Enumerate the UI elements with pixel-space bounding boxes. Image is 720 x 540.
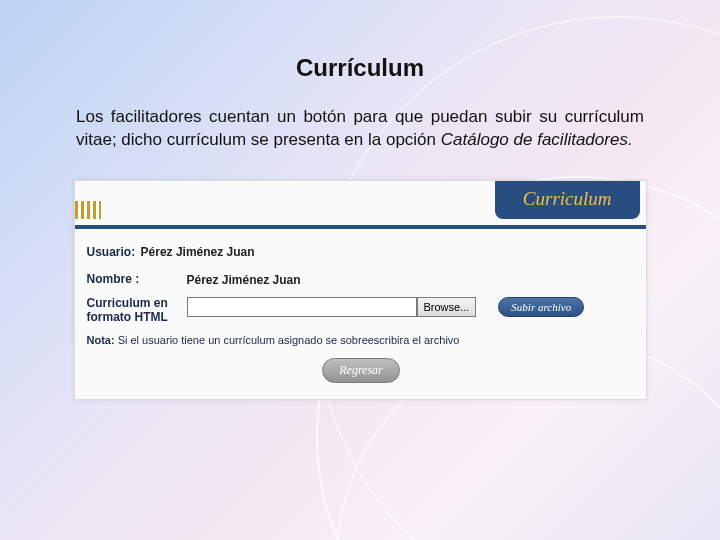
intro-paragraph: Los facilitadores cuentan un botón para … xyxy=(76,106,644,152)
name-label: Nombre : xyxy=(87,273,187,287)
curriculum-row: Curriculum en formato HTML Browse... Sub… xyxy=(87,297,636,325)
curriculum-panel: Curriculum Usuario: Pérez Jiménez Juan N… xyxy=(74,180,647,401)
user-line: Usuario: Pérez Jiménez Juan xyxy=(87,245,636,259)
user-label: Usuario: xyxy=(87,245,136,259)
note-line: Nota: Si el usuario tiene un currículum … xyxy=(87,334,636,346)
note-label: Nota: xyxy=(87,334,115,346)
back-button[interactable]: Regresar xyxy=(322,358,400,383)
curriculum-file-input[interactable] xyxy=(187,297,417,317)
name-row: Nombre : Pérez Jiménez Juan xyxy=(87,273,636,287)
note-text: Si el usuario tiene un currículum asigna… xyxy=(115,334,460,346)
panel-header: Curriculum xyxy=(75,181,646,225)
header-stripe-icon xyxy=(75,201,101,219)
upload-button[interactable]: Subir archivo xyxy=(498,297,584,317)
curriculum-label: Curriculum en formato HTML xyxy=(87,297,187,325)
user-value: Pérez Jiménez Juan xyxy=(141,245,255,259)
header-divider xyxy=(75,225,646,229)
intro-catalog-name: Catálogo de facilitadores. xyxy=(441,130,633,149)
browse-button[interactable]: Browse... xyxy=(417,297,477,317)
name-value: Pérez Jiménez Juan xyxy=(187,273,301,287)
panel-title: Curriculum xyxy=(495,181,640,219)
page-title: Currículum xyxy=(72,54,648,82)
